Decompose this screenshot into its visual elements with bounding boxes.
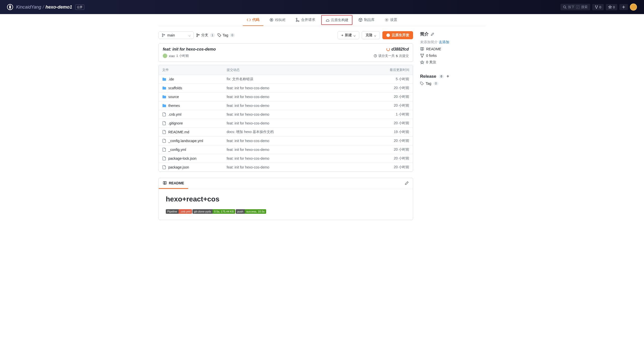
file-commit-msg[interactable]: feat: init for hexo-cos-demo: [227, 112, 396, 116]
search-box[interactable]: 按下 / 搜索: [560, 4, 590, 10]
readme-link[interactable]: README: [420, 47, 486, 51]
merge-icon: [296, 18, 300, 22]
file-name: .gitignore: [168, 121, 183, 125]
file-row[interactable]: .idefix: 文件名称错误5 小时前: [159, 75, 413, 83]
file-commit-msg[interactable]: feat: init for hexo-cos-demo: [227, 95, 394, 99]
search-prompt: 按下: [568, 5, 575, 9]
file-commit-msg[interactable]: feat: init for hexo-cos-demo: [227, 148, 394, 152]
tab-settings[interactable]: 设置: [381, 14, 401, 26]
file-row[interactable]: sourcefeat: init for hexo-cos-demo20 小时前: [159, 92, 413, 101]
file-row[interactable]: _config.ymlfeat: init for hexo-cos-demo2…: [159, 145, 413, 154]
intro-title: 简介: [420, 31, 486, 37]
watch-link[interactable]: 0 关注: [420, 60, 486, 65]
star-count: 0: [613, 5, 615, 9]
star-icon: [420, 60, 424, 64]
tab-merge[interactable]: 合并请求: [292, 14, 319, 26]
file-name: .cnb.yml: [168, 112, 181, 116]
file-name: README.md: [168, 130, 189, 134]
file-commit-msg[interactable]: feat: init for hexo-cos-demo: [227, 104, 394, 108]
file-commit-msg[interactable]: feat: init for hexo-cos-demo: [227, 156, 394, 160]
svg-point-2: [595, 6, 596, 7]
col-time-header: 最后更新时间: [390, 68, 409, 72]
folder-icon: [162, 104, 166, 108]
col-name-header: 文件: [162, 68, 227, 72]
file-commit-msg[interactable]: docs: 增加 hexo 基本操作文档: [227, 130, 394, 134]
commit-author[interactable]: xiao 1 小时前: [163, 54, 189, 58]
avatar[interactable]: [630, 4, 637, 11]
pencil-icon: [405, 181, 409, 185]
folder-icon: [162, 77, 166, 81]
svg-point-3: [597, 6, 598, 7]
readme-section: README hexo+react+cos Pipeline.cnb.yml g…: [158, 178, 413, 220]
readme-tab[interactable]: README: [159, 178, 188, 189]
branch-selector[interactable]: main ⌵: [158, 31, 194, 39]
svg-point-16: [198, 34, 199, 35]
slash-sep: /: [43, 5, 44, 10]
tab-packages[interactable]: 制品库: [354, 14, 379, 26]
tab-cloud-build[interactable]: 云原生构建: [321, 15, 352, 25]
commit-count[interactable]: 该分支一共 5 次提交: [374, 54, 409, 58]
file-row[interactable]: README.mddocs: 增加 hexo 基本操作文档19 小时前: [159, 128, 413, 136]
file-name: package-lock.json: [168, 156, 196, 160]
file-name: scaffolds: [168, 86, 182, 90]
add-intro-link[interactable]: 去添加: [439, 40, 449, 44]
tags-link[interactable]: Tag 0: [218, 33, 235, 37]
readme-edit-button[interactable]: [401, 181, 413, 186]
book-icon: [163, 181, 167, 185]
tab-code[interactable]: 代码: [243, 14, 263, 26]
badge: pushsuccess, 10.5s: [236, 209, 266, 214]
new-button[interactable]: + 新建 ⌵: [338, 31, 359, 39]
forks-link[interactable]: 0 forks: [420, 54, 486, 58]
file-row[interactable]: package.jsonfeat: init for hexo-cos-demo…: [159, 163, 413, 172]
file-row[interactable]: themesfeat: init for hexo-cos-demo20 小时前: [159, 101, 413, 110]
file-row[interactable]: .cnb.ymlfeat: init for hexo-cos-demo1 小时…: [159, 110, 413, 119]
plus-button[interactable]: [619, 4, 628, 10]
star-button[interactable]: 0: [606, 4, 617, 10]
file-commit-msg[interactable]: feat: init for hexo-cos-demo: [227, 121, 394, 125]
star-icon: [608, 5, 612, 9]
author-avatar: [163, 54, 167, 58]
file-row[interactable]: _config.landscape.ymlfeat: init for hexo…: [159, 136, 413, 145]
file-icon: [162, 148, 166, 152]
fork-button[interactable]: 0: [592, 4, 604, 10]
readme-badges: Pipeline.cnb.yml git-clone-yyds0.5s, 175…: [166, 209, 406, 214]
main-container: main ⌵ 分支 1 Tag 0 + 新建 ⌵ 克隆 ⌵ 云原生开发: [158, 26, 486, 225]
file-row[interactable]: scaffoldsfeat: init for hexo-cos-demo20 …: [159, 83, 413, 92]
header-right: 按下 / 搜索 0 0: [560, 4, 637, 11]
breadcrumb-repo[interactable]: hexo-demo1: [46, 5, 72, 10]
breadcrumb: KincaidYang / hexo-demo1 公开: [16, 5, 84, 10]
tab-issue[interactable]: ISSUE: [265, 14, 290, 26]
clone-button[interactable]: 克隆 ⌵: [362, 31, 380, 39]
branches-link[interactable]: 分支 1: [196, 33, 215, 37]
toolbar: main ⌵ 分支 1 Tag 0 + 新建 ⌵ 克隆 ⌵ 云原生开发: [158, 31, 413, 39]
chevron-down-icon: ⌵: [188, 33, 190, 37]
file-icon: [162, 156, 166, 160]
file-row[interactable]: .gitignorefeat: init for hexo-cos-demo20…: [159, 119, 413, 128]
cloud-dev-button[interactable]: 云原生开发: [382, 31, 413, 39]
file-row[interactable]: package-lock.jsonfeat: init for hexo-cos…: [159, 154, 413, 163]
svg-point-13: [164, 34, 165, 35]
svg-point-9: [298, 21, 299, 22]
folder-icon: [162, 95, 166, 99]
book-icon: [420, 47, 424, 51]
file-time: 20 小时前: [394, 86, 409, 90]
commit-hash[interactable]: d3882fcd: [386, 47, 409, 52]
file-time: 20 小时前: [394, 121, 409, 125]
breadcrumb-owner[interactable]: KincaidYang: [16, 5, 41, 10]
toolbar-right: + 新建 ⌵ 克隆 ⌵ 云原生开发: [338, 31, 413, 39]
commit-title[interactable]: feat: init for hexo-cos-demo: [163, 47, 216, 52]
pencil-icon[interactable]: [431, 32, 434, 36]
file-commit-msg[interactable]: fix: 文件名称错误: [227, 77, 396, 81]
release-tag[interactable]: Tag 0: [420, 81, 486, 86]
file-time: 20 小时前: [394, 103, 409, 108]
file-commit-msg[interactable]: feat: init for hexo-cos-demo: [227, 139, 394, 143]
file-commit-msg[interactable]: feat: init for hexo-cos-demo: [227, 86, 394, 90]
svg-point-1: [564, 6, 566, 8]
file-icon: [162, 165, 166, 169]
svg-point-12: [162, 36, 163, 37]
release-count: 0: [439, 74, 444, 78]
add-release-button[interactable]: +: [447, 74, 449, 79]
code-icon: [247, 18, 251, 22]
file-commit-msg[interactable]: feat: init for hexo-cos-demo: [227, 165, 394, 169]
file-name: source: [168, 95, 179, 99]
